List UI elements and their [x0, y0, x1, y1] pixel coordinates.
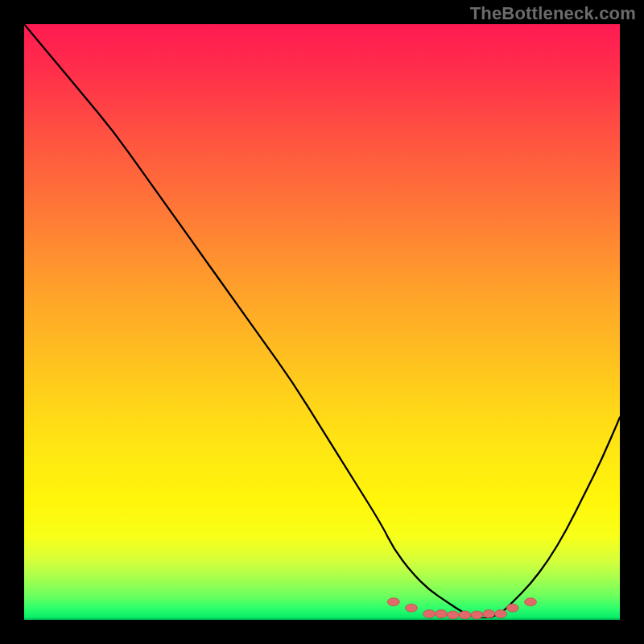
marker-dot — [459, 611, 471, 619]
bottleneck-curve — [24, 24, 620, 618]
marker-dot — [506, 604, 518, 612]
chart-svg — [24, 24, 620, 620]
marker-dot — [525, 598, 537, 606]
marker-dot — [483, 610, 495, 618]
chart-frame: TheBottleneck.com — [0, 0, 644, 644]
plot-area — [24, 24, 620, 620]
watermark-text: TheBottleneck.com — [470, 3, 636, 24]
marker-dot — [406, 604, 418, 612]
marker-dot — [423, 610, 436, 618]
marker-dot — [447, 611, 459, 619]
marker-dot — [495, 610, 507, 618]
marker-dot — [471, 611, 483, 619]
marker-dot — [387, 598, 399, 606]
marker-dot — [436, 610, 448, 618]
